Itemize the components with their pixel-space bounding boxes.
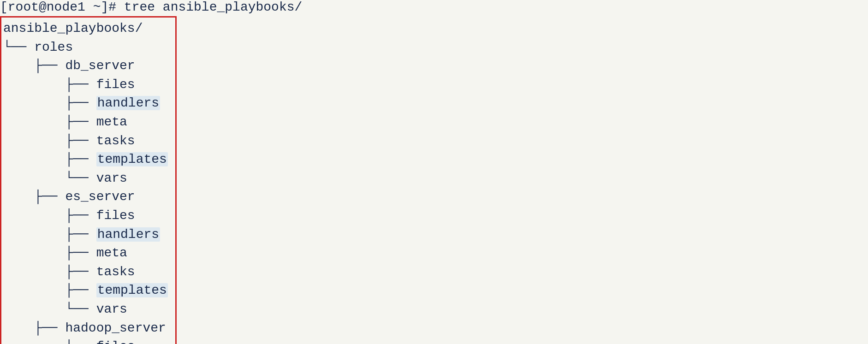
tree-line-es-handlers: ├── handlers (3, 225, 168, 244)
tree-line-db-templates: ├── templates (3, 150, 168, 169)
terminal-header: [root@node1 ~]# tree ansible_playbooks/ (0, 0, 868, 14)
tree-line-es_server: ├── es_server (3, 188, 168, 207)
tree-line-db_server: ├── db_server (3, 57, 168, 76)
tree-line-hadoop_server: ├── hadoop_server (3, 319, 168, 338)
tree-line-db-handlers: ├── handlers (3, 94, 168, 113)
tree-line-es-files: ├── files (3, 207, 168, 225)
tree-line-es-vars: └── vars (3, 300, 168, 319)
tree-line-db-vars: └── vars (3, 169, 168, 188)
tree-line-es-templates: ├── templates (3, 281, 168, 300)
tree-line-db-tasks: ├── tasks (3, 132, 168, 151)
tree-line-es-meta: ├── meta (3, 244, 168, 263)
tree-container: ansible_playbooks/ └── roles ├── db_serv… (0, 16, 177, 344)
tree-line-roles: └── roles (3, 38, 168, 57)
tree-line-hadoop-files: ├── files (3, 338, 168, 344)
tree-line-db-meta: ├── meta (3, 113, 168, 132)
tree-root: ansible_playbooks/ (3, 19, 168, 38)
tree-line-db-files: ├── files (3, 76, 168, 95)
tree-line-es-tasks: ├── tasks (3, 263, 168, 282)
command-line: [root@node1 ~]# tree ansible_playbooks/ (0, 0, 302, 14)
